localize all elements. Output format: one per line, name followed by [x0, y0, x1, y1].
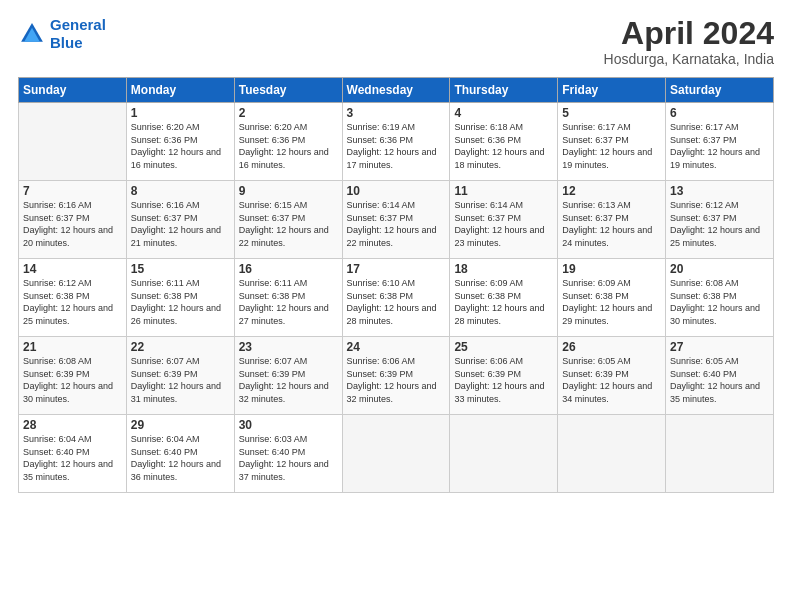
day-info: Sunrise: 6:09 AMSunset: 6:38 PMDaylight:… [562, 278, 652, 326]
day-number: 7 [23, 184, 122, 198]
header-monday: Monday [126, 78, 234, 103]
day-info: Sunrise: 6:06 AMSunset: 6:39 PMDaylight:… [454, 356, 544, 404]
day-info: Sunrise: 6:07 AMSunset: 6:39 PMDaylight:… [239, 356, 329, 404]
day-info: Sunrise: 6:13 AMSunset: 6:37 PMDaylight:… [562, 200, 652, 248]
day-info: Sunrise: 6:20 AMSunset: 6:36 PMDaylight:… [131, 122, 221, 170]
day-info: Sunrise: 6:10 AMSunset: 6:38 PMDaylight:… [347, 278, 437, 326]
calendar-cell: 10Sunrise: 6:14 AMSunset: 6:37 PMDayligh… [342, 181, 450, 259]
day-number: 19 [562, 262, 661, 276]
calendar-cell: 2Sunrise: 6:20 AMSunset: 6:36 PMDaylight… [234, 103, 342, 181]
calendar-cell: 13Sunrise: 6:12 AMSunset: 6:37 PMDayligh… [666, 181, 774, 259]
header-saturday: Saturday [666, 78, 774, 103]
calendar-cell: 1Sunrise: 6:20 AMSunset: 6:36 PMDaylight… [126, 103, 234, 181]
calendar-header-row: Sunday Monday Tuesday Wednesday Thursday… [19, 78, 774, 103]
calendar-week-3: 21Sunrise: 6:08 AMSunset: 6:39 PMDayligh… [19, 337, 774, 415]
location-subtitle: Hosdurga, Karnataka, India [604, 51, 774, 67]
day-number: 1 [131, 106, 230, 120]
header-wednesday: Wednesday [342, 78, 450, 103]
title-block: April 2024 Hosdurga, Karnataka, India [604, 16, 774, 67]
calendar-table: Sunday Monday Tuesday Wednesday Thursday… [18, 77, 774, 493]
calendar-cell: 3Sunrise: 6:19 AMSunset: 6:36 PMDaylight… [342, 103, 450, 181]
day-number: 14 [23, 262, 122, 276]
header-thursday: Thursday [450, 78, 558, 103]
day-info: Sunrise: 6:11 AMSunset: 6:38 PMDaylight:… [239, 278, 329, 326]
calendar-cell: 12Sunrise: 6:13 AMSunset: 6:37 PMDayligh… [558, 181, 666, 259]
day-info: Sunrise: 6:08 AMSunset: 6:39 PMDaylight:… [23, 356, 113, 404]
calendar-week-0: 1Sunrise: 6:20 AMSunset: 6:36 PMDaylight… [19, 103, 774, 181]
day-info: Sunrise: 6:16 AMSunset: 6:37 PMDaylight:… [131, 200, 221, 248]
calendar-cell [666, 415, 774, 493]
calendar-cell: 6Sunrise: 6:17 AMSunset: 6:37 PMDaylight… [666, 103, 774, 181]
day-number: 17 [347, 262, 446, 276]
day-info: Sunrise: 6:12 AMSunset: 6:38 PMDaylight:… [23, 278, 113, 326]
day-info: Sunrise: 6:17 AMSunset: 6:37 PMDaylight:… [670, 122, 760, 170]
calendar-cell: 9Sunrise: 6:15 AMSunset: 6:37 PMDaylight… [234, 181, 342, 259]
day-number: 18 [454, 262, 553, 276]
day-number: 24 [347, 340, 446, 354]
calendar-cell [450, 415, 558, 493]
calendar-cell: 23Sunrise: 6:07 AMSunset: 6:39 PMDayligh… [234, 337, 342, 415]
day-number: 22 [131, 340, 230, 354]
calendar-cell: 7Sunrise: 6:16 AMSunset: 6:37 PMDaylight… [19, 181, 127, 259]
day-number: 23 [239, 340, 338, 354]
day-number: 13 [670, 184, 769, 198]
calendar-cell: 25Sunrise: 6:06 AMSunset: 6:39 PMDayligh… [450, 337, 558, 415]
day-info: Sunrise: 6:07 AMSunset: 6:39 PMDaylight:… [131, 356, 221, 404]
day-number: 8 [131, 184, 230, 198]
calendar-cell: 26Sunrise: 6:05 AMSunset: 6:39 PMDayligh… [558, 337, 666, 415]
day-number: 3 [347, 106, 446, 120]
logo-icon [18, 20, 46, 48]
calendar-cell: 16Sunrise: 6:11 AMSunset: 6:38 PMDayligh… [234, 259, 342, 337]
day-info: Sunrise: 6:09 AMSunset: 6:38 PMDaylight:… [454, 278, 544, 326]
day-number: 20 [670, 262, 769, 276]
logo-line2: Blue [50, 34, 83, 51]
logo-text: General Blue [50, 16, 106, 52]
month-title: April 2024 [604, 16, 774, 51]
day-info: Sunrise: 6:12 AMSunset: 6:37 PMDaylight:… [670, 200, 760, 248]
calendar-cell: 24Sunrise: 6:06 AMSunset: 6:39 PMDayligh… [342, 337, 450, 415]
calendar-cell: 21Sunrise: 6:08 AMSunset: 6:39 PMDayligh… [19, 337, 127, 415]
day-number: 29 [131, 418, 230, 432]
day-info: Sunrise: 6:20 AMSunset: 6:36 PMDaylight:… [239, 122, 329, 170]
header-friday: Friday [558, 78, 666, 103]
day-info: Sunrise: 6:05 AMSunset: 6:39 PMDaylight:… [562, 356, 652, 404]
day-number: 11 [454, 184, 553, 198]
day-number: 6 [670, 106, 769, 120]
calendar-cell: 14Sunrise: 6:12 AMSunset: 6:38 PMDayligh… [19, 259, 127, 337]
day-number: 9 [239, 184, 338, 198]
day-info: Sunrise: 6:16 AMSunset: 6:37 PMDaylight:… [23, 200, 113, 248]
day-number: 30 [239, 418, 338, 432]
calendar-cell [19, 103, 127, 181]
calendar-cell: 22Sunrise: 6:07 AMSunset: 6:39 PMDayligh… [126, 337, 234, 415]
day-info: Sunrise: 6:08 AMSunset: 6:38 PMDaylight:… [670, 278, 760, 326]
calendar-cell: 29Sunrise: 6:04 AMSunset: 6:40 PMDayligh… [126, 415, 234, 493]
header: General Blue April 2024 Hosdurga, Karnat… [18, 16, 774, 67]
day-number: 25 [454, 340, 553, 354]
calendar-cell: 17Sunrise: 6:10 AMSunset: 6:38 PMDayligh… [342, 259, 450, 337]
day-info: Sunrise: 6:14 AMSunset: 6:37 PMDaylight:… [454, 200, 544, 248]
day-info: Sunrise: 6:03 AMSunset: 6:40 PMDaylight:… [239, 434, 329, 482]
calendar-cell: 20Sunrise: 6:08 AMSunset: 6:38 PMDayligh… [666, 259, 774, 337]
calendar-cell: 4Sunrise: 6:18 AMSunset: 6:36 PMDaylight… [450, 103, 558, 181]
day-number: 2 [239, 106, 338, 120]
day-number: 15 [131, 262, 230, 276]
calendar-cell: 19Sunrise: 6:09 AMSunset: 6:38 PMDayligh… [558, 259, 666, 337]
calendar-cell: 8Sunrise: 6:16 AMSunset: 6:37 PMDaylight… [126, 181, 234, 259]
calendar-cell [342, 415, 450, 493]
calendar-week-1: 7Sunrise: 6:16 AMSunset: 6:37 PMDaylight… [19, 181, 774, 259]
calendar-cell: 27Sunrise: 6:05 AMSunset: 6:40 PMDayligh… [666, 337, 774, 415]
calendar-cell: 5Sunrise: 6:17 AMSunset: 6:37 PMDaylight… [558, 103, 666, 181]
calendar-week-2: 14Sunrise: 6:12 AMSunset: 6:38 PMDayligh… [19, 259, 774, 337]
day-number: 5 [562, 106, 661, 120]
calendar-cell: 11Sunrise: 6:14 AMSunset: 6:37 PMDayligh… [450, 181, 558, 259]
day-info: Sunrise: 6:04 AMSunset: 6:40 PMDaylight:… [131, 434, 221, 482]
day-number: 28 [23, 418, 122, 432]
page-container: General Blue April 2024 Hosdurga, Karnat… [0, 0, 792, 505]
day-info: Sunrise: 6:05 AMSunset: 6:40 PMDaylight:… [670, 356, 760, 404]
day-info: Sunrise: 6:18 AMSunset: 6:36 PMDaylight:… [454, 122, 544, 170]
day-info: Sunrise: 6:04 AMSunset: 6:40 PMDaylight:… [23, 434, 113, 482]
day-info: Sunrise: 6:19 AMSunset: 6:36 PMDaylight:… [347, 122, 437, 170]
day-info: Sunrise: 6:17 AMSunset: 6:37 PMDaylight:… [562, 122, 652, 170]
day-number: 21 [23, 340, 122, 354]
calendar-cell: 30Sunrise: 6:03 AMSunset: 6:40 PMDayligh… [234, 415, 342, 493]
